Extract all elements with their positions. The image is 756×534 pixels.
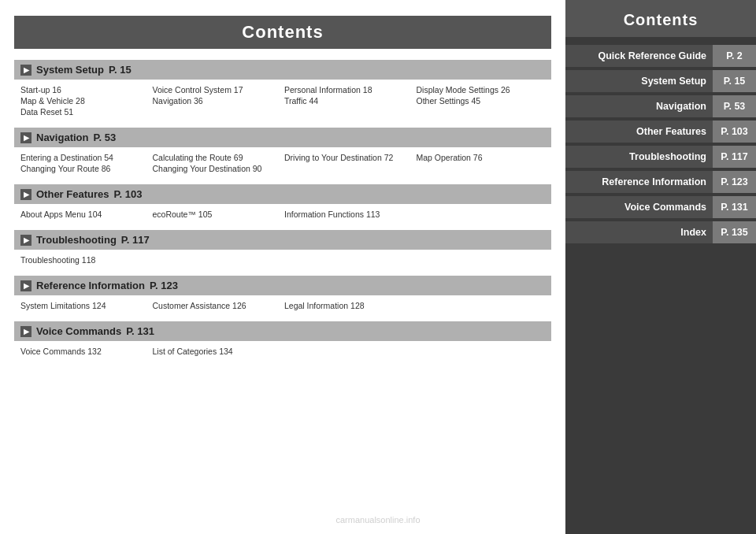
- sidebar-nav-label[interactable]: Navigation: [565, 95, 713, 117]
- section-item: System Limitations 124: [20, 301, 150, 310]
- section-item: [417, 210, 546, 219]
- section-voice-commands: ▶Voice Commands P. 131Voice Commands 132…: [14, 321, 551, 359]
- sidebar-nav-item-1[interactable]: System SetupP. 15: [565, 70, 756, 92]
- section-reference-information: ▶Reference Information P. 123System Limi…: [14, 276, 551, 313]
- sidebar-nav-item-4[interactable]: TroubleshootingP. 117: [565, 146, 756, 168]
- sidebar-nav-page[interactable]: P. 135: [713, 221, 756, 243]
- section-page: P. 15: [109, 64, 132, 76]
- section-item: Other Settings 45: [417, 96, 546, 106]
- section-item: [417, 164, 546, 173]
- sidebar-nav-item-0[interactable]: Quick Reference GuideP. 2: [565, 45, 756, 67]
- section-items: About Apps Menu 104ecoRoute™ 105Informat…: [14, 207, 551, 222]
- sidebar-nav-item-7[interactable]: IndexP. 135: [565, 221, 756, 243]
- section-item: [417, 347, 546, 356]
- section-arrow-icon: ▶: [20, 189, 32, 200]
- section-item: [284, 107, 413, 117]
- sidebar-nav-page[interactable]: P. 103: [713, 121, 756, 143]
- section-header-troubleshooting: ▶Troubleshooting P. 117: [14, 230, 551, 250]
- sidebar-nav-page[interactable]: P. 117: [713, 146, 756, 168]
- section-page: P. 53: [93, 132, 116, 143]
- section-item: Entering a Destination 54: [20, 153, 150, 162]
- sidebar-nav-label[interactable]: Quick Reference Guide: [565, 45, 713, 67]
- section-items: Start-up 16Voice Control System 17Person…: [14, 83, 551, 120]
- section-page: P. 131: [126, 325, 154, 337]
- section-header-voice-commands: ▶Voice Commands P. 131: [14, 321, 551, 341]
- section-title: Troubleshooting: [36, 234, 117, 246]
- section-item: Map Operation 76: [417, 153, 546, 162]
- sidebar-nav-page[interactable]: P. 53: [713, 95, 756, 117]
- section-item: ecoRoute™ 105: [153, 210, 282, 219]
- section-item: [284, 164, 413, 173]
- section-arrow-icon: ▶: [20, 280, 32, 291]
- section-item: Display Mode Settings 26: [417, 85, 546, 95]
- section-item: Calculating the Route 69: [153, 153, 282, 162]
- sidebar-nav-item-2[interactable]: NavigationP. 53: [565, 95, 756, 117]
- sidebar-nav-label[interactable]: Voice Commands: [565, 196, 713, 218]
- section-page: P. 103: [113, 188, 142, 200]
- section-item: Changing Your Destination 90: [153, 164, 282, 173]
- watermark: carmanualsonline.info: [335, 515, 420, 525]
- section-title: Reference Information: [36, 280, 145, 291]
- sidebar-nav-item-3[interactable]: Other FeaturesP. 103: [565, 121, 756, 143]
- section-item: Information Functions 113: [284, 210, 413, 219]
- section-item: Driving to Your Destination 72: [284, 153, 413, 162]
- section-items: Voice Commands 132List of Categories 134: [14, 344, 551, 359]
- section-navigation: ▶Navigation P. 53Entering a Destination …: [14, 128, 551, 176]
- section-title: Other Features: [36, 188, 109, 200]
- sidebar-nav-label[interactable]: Troubleshooting: [565, 146, 713, 168]
- section-item: Navigation 36: [153, 96, 282, 106]
- section-items: Entering a Destination 54Calculating the…: [14, 150, 551, 176]
- section-item: Voice Commands 132: [20, 347, 150, 356]
- section-item: [417, 255, 546, 265]
- section-page: P. 117: [121, 234, 150, 246]
- sidebar-nav-page[interactable]: P. 123: [713, 171, 756, 193]
- sidebar-title: Contents: [565, 0, 756, 37]
- section-item: Voice Control System 17: [153, 85, 282, 95]
- section-item: Start-up 16: [20, 85, 150, 95]
- section-title: Voice Commands: [36, 325, 121, 337]
- section-header-other-features: ▶Other Features P. 103: [14, 184, 551, 204]
- section-item: [153, 107, 282, 117]
- section-page: P. 123: [150, 280, 178, 291]
- section-header-system-setup: ▶System Setup P. 15: [14, 60, 551, 80]
- section-arrow-icon: ▶: [20, 132, 32, 143]
- sidebar-nav-label[interactable]: Index: [565, 221, 713, 243]
- section-items: Troubleshooting 118: [14, 253, 551, 268]
- section-item: List of Categories 134: [153, 347, 282, 356]
- section-item: Changing Your Route 86: [20, 164, 150, 173]
- section-item: Customer Assistance 126: [153, 301, 282, 310]
- section-item: About Apps Menu 104: [20, 210, 150, 219]
- section-header-reference-information: ▶Reference Information P. 123: [14, 276, 551, 295]
- section-title: System Setup: [36, 64, 104, 76]
- sections-container: ▶System Setup P. 15Start-up 16Voice Cont…: [14, 60, 551, 359]
- section-system-setup: ▶System Setup P. 15Start-up 16Voice Cont…: [14, 60, 551, 120]
- section-item: [153, 255, 282, 265]
- section-items: System Limitations 124Customer Assistanc…: [14, 299, 551, 313]
- section-arrow-icon: ▶: [20, 326, 32, 337]
- sidebar-nav-label[interactable]: Reference Information: [565, 171, 713, 193]
- section-item: Map & Vehicle 28: [20, 96, 150, 106]
- sidebar-nav-item-6[interactable]: Voice CommandsP. 131: [565, 196, 756, 218]
- section-item: [417, 107, 546, 117]
- sidebar: Contents Quick Reference GuideP. 2System…: [565, 0, 756, 534]
- section-other-features: ▶Other Features P. 103About Apps Menu 10…: [14, 184, 551, 222]
- sidebar-nav-page[interactable]: P. 131: [713, 196, 756, 218]
- section-item: [417, 301, 546, 310]
- section-arrow-icon: ▶: [20, 235, 32, 246]
- page-title: Contents: [14, 16, 551, 49]
- sidebar-nav-label[interactable]: Other Features: [565, 121, 713, 143]
- section-item: Troubleshooting 118: [20, 255, 150, 265]
- section-troubleshooting: ▶Troubleshooting P. 117Troubleshooting 1…: [14, 230, 551, 268]
- main-content: Contents ▶System Setup P. 15Start-up 16V…: [0, 0, 565, 534]
- section-item: Legal Information 128: [284, 301, 413, 310]
- section-item: [284, 255, 413, 265]
- sidebar-nav-item-5[interactable]: Reference InformationP. 123: [565, 171, 756, 193]
- sidebar-nav-page[interactable]: P. 15: [713, 70, 756, 92]
- sidebar-nav-page[interactable]: P. 2: [713, 45, 756, 67]
- section-title: Navigation: [36, 132, 88, 143]
- section-item: Traffic 44: [284, 96, 413, 106]
- section-arrow-icon: ▶: [20, 65, 32, 76]
- section-item: [284, 347, 413, 356]
- sidebar-nav-label[interactable]: System Setup: [565, 70, 713, 92]
- section-item: Personal Information 18: [284, 85, 413, 95]
